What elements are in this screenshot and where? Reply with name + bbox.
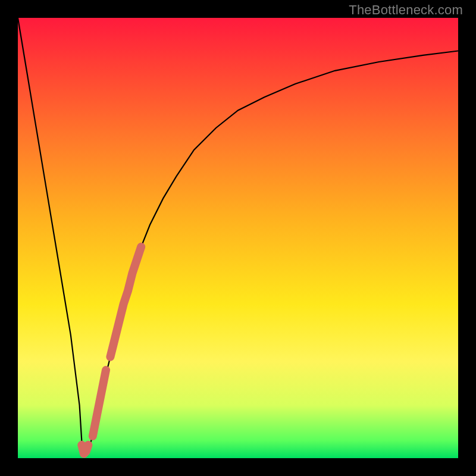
watermark-text: TheBottleneck.com	[349, 2, 463, 18]
bottleneck-curve	[18, 18, 458, 454]
plot-area	[18, 18, 458, 458]
chart-svg	[18, 18, 458, 458]
marker-group	[82, 247, 141, 454]
chart-frame: TheBottleneck.com	[0, 0, 476, 476]
marker-segment	[110, 247, 141, 357]
marker-segment	[93, 370, 106, 436]
marker-segment	[82, 445, 88, 454]
